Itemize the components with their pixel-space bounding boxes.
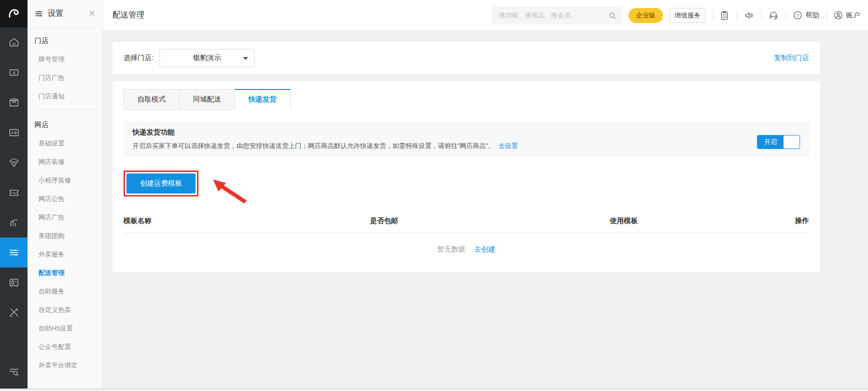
header-actions: 企业版 增值服务 ? 帮助 xyxy=(492,6,860,24)
sidebar-item-store-notice[interactable]: 门店通知 xyxy=(28,87,102,106)
divider xyxy=(826,10,826,20)
account-menu[interactable]: 账户 xyxy=(833,10,860,20)
sidebar-item-custom-hot-sale[interactable]: 自定义热卖 xyxy=(28,300,102,319)
sidebar-item-meituan-group[interactable]: 美团团购 xyxy=(28,226,102,245)
pospal-logo[interactable] xyxy=(0,0,28,28)
home-icon[interactable] xyxy=(0,28,28,58)
section-header: 网店 xyxy=(28,116,102,134)
sidebar-item-h5-settings[interactable]: 自助H5设置 xyxy=(28,319,102,338)
sidebar-item-platform-binding[interactable]: 外卖平台绑定 xyxy=(28,356,102,374)
description-text: 开启后买家下单可以选择快递发货，由您安排快递送货上门；网店商品默认允许快递发货，… xyxy=(132,142,494,150)
cashbox-icon[interactable] xyxy=(0,268,28,298)
sidebar-item-miniprogram-decoration[interactable]: 小程序装修 xyxy=(28,171,102,190)
svg-text:A: A xyxy=(10,130,13,135)
sidebar-item-store-ads[interactable]: 门店广告 xyxy=(28,68,102,87)
sidebar-section-online-store: 网店 基础设置 网店装修 小程序装修 网店公告 网店广告 美团团购 外卖服务 配… xyxy=(28,112,102,374)
settings-sliders-icon[interactable] xyxy=(0,238,28,268)
empty-state: 暂无数据 去创建 xyxy=(124,233,809,267)
sidebar-item-basic-settings[interactable]: 基础设置 xyxy=(28,134,102,152)
membership-shield-icon[interactable] xyxy=(0,148,28,178)
svg-text:¥: ¥ xyxy=(12,70,16,76)
annotation-arrow-icon xyxy=(212,178,252,205)
column-actions: 操作 xyxy=(782,216,809,226)
headset-icon[interactable] xyxy=(768,10,779,21)
clipboard-icon[interactable] xyxy=(719,10,730,21)
sidebar-header: 设置 ✕ xyxy=(28,0,102,28)
global-search xyxy=(492,6,622,24)
search-input[interactable] xyxy=(499,12,608,19)
create-template-row: 创建运费模板 xyxy=(124,170,809,198)
svg-text:?: ? xyxy=(796,13,799,18)
content: 选择门店: 银豹演示 复制到门店 自取模式 同城配送 快递发货 快递发货功能 开… xyxy=(102,31,868,272)
edition-badge[interactable]: 企业版 xyxy=(628,8,663,23)
sidebar-item-store-announcement[interactable]: 网店公告 xyxy=(28,190,102,208)
icon-rail: ¥ A % xyxy=(0,0,28,391)
copy-to-store-link[interactable]: 复制到门店 xyxy=(774,54,809,62)
empty-text: 暂无数据 xyxy=(438,245,466,253)
sidebar-item-takeout-service[interactable]: 外卖服务 xyxy=(28,245,102,264)
template-table-header: 模板名称 是否包邮 使用模板 操作 xyxy=(124,210,809,233)
settings-sliders-icon xyxy=(34,9,44,18)
express-function-description: 开启后买家下单可以选择快递发货，由您安排快递送货上门；网店商品默认允许快递发货，… xyxy=(132,142,800,150)
package-icon[interactable] xyxy=(0,88,28,118)
help-icon: ? xyxy=(792,10,803,20)
main-area: 配送管理 企业版 增值服务 xyxy=(102,0,868,391)
store-select-dropdown[interactable]: 银豹演示 xyxy=(160,49,254,67)
column-template-usage: 使用模板 xyxy=(466,216,782,226)
delivery-tabs: 自取模式 同城配送 快递发货 xyxy=(124,89,809,110)
sidebar-item-plate-management[interactable]: 牌号管理 xyxy=(28,50,102,68)
top-header: 配送管理 企业版 增值服务 xyxy=(102,0,868,31)
sidebar-item-delivery-management[interactable]: 配送管理 xyxy=(28,264,102,282)
column-template-name: 模板名称 xyxy=(124,216,302,226)
tab-self-pickup[interactable]: 自取模式 xyxy=(124,89,180,110)
svg-text:%: % xyxy=(12,191,16,196)
toggle-on-label: 开启 xyxy=(758,136,784,148)
tab-local-delivery[interactable]: 同城配送 xyxy=(179,89,235,110)
help-menu[interactable]: ? 帮助 xyxy=(792,10,820,20)
stats-chart-icon[interactable] xyxy=(0,208,28,238)
store-selector-bar: 选择门店: 银豹演示 复制到门店 xyxy=(112,42,820,74)
annotation-highlight-box: 创建运费模板 xyxy=(124,170,198,196)
toggle-knob xyxy=(784,136,800,148)
sidebar-title: 设置 xyxy=(48,8,64,19)
express-function-panel: 快递发货功能 开启后买家下单可以选择快递发货，由您安排快递送货上门；网店商品默认… xyxy=(124,121,809,158)
sidebar-item-online-ads[interactable]: 网店广告 xyxy=(28,208,102,226)
divider xyxy=(712,10,712,20)
sidebar-item-self-service[interactable]: 自助服务 xyxy=(28,282,102,300)
divider xyxy=(786,10,786,20)
tab-express-shipping[interactable]: 快递发货 xyxy=(234,89,290,110)
column-free-shipping: 是否包邮 xyxy=(302,216,466,226)
id-card-icon[interactable]: A xyxy=(0,118,28,148)
divider xyxy=(34,110,96,110)
express-toggle[interactable]: 开启 xyxy=(757,135,800,149)
coupon-icon[interactable]: % xyxy=(0,178,28,208)
help-label: 帮助 xyxy=(806,11,820,20)
divider xyxy=(736,10,737,20)
go-create-link[interactable]: 去创建 xyxy=(474,245,495,253)
sidebar-section-store: 门店 牌号管理 门店广告 门店通知 xyxy=(28,28,102,106)
speaker-icon[interactable] xyxy=(744,10,754,21)
search-icon[interactable] xyxy=(608,11,617,20)
sidebar-item-store-decoration[interactable]: 网店装修 xyxy=(28,152,102,171)
value-added-services-button[interactable]: 增值服务 xyxy=(670,8,706,23)
selected-store: 银豹演示 xyxy=(193,54,221,62)
delivery-settings-card: 自取模式 同城配送 快递发货 快递发货功能 开启后买家下单可以选择快递发货，由您… xyxy=(112,81,820,272)
tools-icon[interactable] xyxy=(0,298,28,328)
list-search-icon[interactable] xyxy=(0,357,28,387)
sidebar-item-official-account[interactable]: 公众号配置 xyxy=(28,338,102,356)
section-header: 门店 xyxy=(28,32,102,50)
store-select-label: 选择门店: xyxy=(124,54,154,62)
create-shipping-template-button[interactable]: 创建运费模板 xyxy=(126,174,196,194)
account-icon xyxy=(833,10,844,20)
go-settings-link[interactable]: 去设置 xyxy=(498,142,518,150)
settings-sidebar: 设置 ✕ 门店 牌号管理 门店广告 门店通知 网店 基础设置 网店装修 小程序装… xyxy=(28,0,102,391)
account-label: 账户 xyxy=(846,11,860,20)
close-icon[interactable]: ✕ xyxy=(88,8,96,19)
money-icon[interactable]: ¥ xyxy=(0,58,28,88)
divider xyxy=(761,10,762,20)
page-title: 配送管理 xyxy=(112,10,144,20)
horizontal-scrollbar[interactable] xyxy=(0,388,868,391)
express-function-title: 快递发货功能 xyxy=(132,128,800,137)
chevron-down-icon xyxy=(243,57,248,60)
